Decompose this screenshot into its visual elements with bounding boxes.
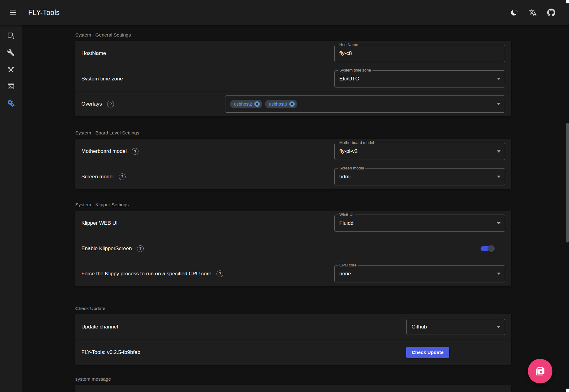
field-floating-label: Screen model bbox=[338, 166, 365, 170]
motherboard-select[interactable]: Motherboard model fly-pi-v2 bbox=[334, 143, 505, 160]
console-icon bbox=[7, 83, 15, 90]
chevron-down-icon bbox=[497, 273, 501, 275]
hammer-wrench-icon bbox=[7, 66, 15, 73]
scroll-up-arrow[interactable] bbox=[566, 0, 569, 3]
overlay-chips: usbhost2 × usbhost3 × bbox=[230, 100, 297, 108]
chevron-down-icon bbox=[497, 78, 501, 80]
chevron-down-icon bbox=[497, 326, 501, 328]
dark-mode-button[interactable] bbox=[507, 5, 522, 20]
scrollbar-thumb[interactable] bbox=[566, 123, 569, 243]
sidebar-item-terminal[interactable] bbox=[4, 79, 18, 94]
chevron-down-icon bbox=[497, 103, 501, 105]
moon-icon bbox=[510, 9, 518, 17]
row-label: Force the Klippy process to run on a spe… bbox=[81, 271, 211, 277]
select-value: Etc/UTC bbox=[339, 76, 359, 82]
help-icon[interactable]: ? bbox=[107, 101, 114, 107]
main-content: System - General Settings HostName HostN… bbox=[22, 25, 569, 392]
sidebar bbox=[0, 25, 22, 392]
translate-button[interactable] bbox=[525, 5, 540, 20]
section-title: system message bbox=[75, 376, 511, 382]
setting-row-timezone: System time zone System time zone Etc/UT… bbox=[75, 66, 511, 91]
row-label: Klipper WEB UI bbox=[81, 220, 118, 226]
chip-usbhost3[interactable]: usbhost3 × bbox=[265, 100, 297, 108]
card-general-settings: HostName HostName System time zone Syste… bbox=[75, 41, 511, 116]
row-label: Motherboard model bbox=[81, 148, 127, 154]
setting-row-screen: Screen model ? Screen model hdmi bbox=[75, 164, 511, 189]
webui-select[interactable]: WEB UI Fluidd bbox=[334, 215, 505, 232]
wrench-icon bbox=[7, 49, 15, 56]
help-icon[interactable]: ? bbox=[132, 148, 138, 155]
chevron-down-icon bbox=[497, 222, 501, 224]
setting-row-klipperscreen: Enable KlipperScreen ? bbox=[75, 236, 511, 261]
check-update-button[interactable]: Check Update bbox=[406, 347, 449, 358]
hostname-input[interactable] bbox=[339, 50, 501, 56]
section-title: Check Update bbox=[75, 305, 511, 311]
card-system-message bbox=[75, 385, 511, 392]
screen-select[interactable]: Screen model hdmi bbox=[334, 168, 505, 185]
select-value: Github bbox=[411, 324, 427, 330]
setting-row-hostname: HostName HostName bbox=[75, 41, 511, 66]
field-floating-label: HostName bbox=[338, 42, 360, 47]
menu-button[interactable] bbox=[6, 5, 21, 20]
select-value: hdmi bbox=[339, 174, 351, 180]
klipperscreen-switch[interactable] bbox=[481, 246, 493, 251]
select-value: Fluidd bbox=[339, 220, 353, 226]
help-icon[interactable]: ? bbox=[119, 173, 126, 180]
cpu-core-select[interactable]: CPU core none bbox=[334, 265, 505, 282]
section-board-settings: System - Board Level Settings Motherboar… bbox=[75, 130, 511, 189]
help-icon[interactable]: ? bbox=[216, 270, 223, 277]
section-check-update: Check Update Update channel Github bbox=[75, 305, 511, 365]
sidebar-item-tools[interactable] bbox=[4, 62, 18, 77]
chip-close-icon[interactable]: × bbox=[254, 101, 260, 107]
select-value: none bbox=[339, 271, 351, 277]
chevron-down-icon bbox=[497, 176, 501, 178]
translate-icon bbox=[529, 9, 537, 17]
scrollbar[interactable] bbox=[566, 0, 569, 392]
save-fab[interactable] bbox=[528, 359, 552, 383]
sidebar-item-config[interactable] bbox=[4, 45, 18, 60]
section-title: System - Klipper Settings bbox=[75, 202, 511, 208]
overlays-select[interactable]: usbhost2 × usbhost3 × bbox=[225, 95, 505, 113]
row-label: Screen model bbox=[81, 174, 114, 180]
github-icon bbox=[547, 9, 555, 17]
chip-close-icon[interactable]: × bbox=[289, 101, 295, 107]
row-label: Enable KlipperScreen bbox=[81, 246, 132, 252]
setting-row-overlays: Overlays ? usbhost2 × usbhost3 bbox=[75, 91, 511, 116]
chip-usbhost2[interactable]: usbhost2 × bbox=[230, 100, 262, 108]
fly-tools-app: FLY-Tools bbox=[0, 0, 569, 392]
cogs-icon bbox=[7, 99, 15, 107]
row-label: HostName bbox=[81, 50, 106, 56]
appbar-actions bbox=[507, 5, 559, 20]
help-icon[interactable]: ? bbox=[137, 245, 144, 252]
section-title: System - General Settings bbox=[75, 32, 511, 38]
card-check-update: Update channel Github FLY-Tools: v0.2.5-… bbox=[75, 314, 511, 365]
section-general-settings: System - General Settings HostName HostN… bbox=[75, 32, 511, 116]
app-bar: FLY-Tools bbox=[0, 0, 569, 25]
hostname-field[interactable]: HostName bbox=[334, 45, 505, 62]
row-label: Overlays bbox=[81, 101, 102, 107]
timezone-select[interactable]: System time zone Etc/UTC bbox=[334, 70, 505, 87]
sidebar-item-info[interactable] bbox=[4, 28, 18, 43]
setting-row-webui: Klipper WEB UI WEB UI Fluidd bbox=[75, 211, 511, 236]
switch-thumb bbox=[488, 245, 495, 252]
chip-label: usbhost3 bbox=[269, 102, 287, 107]
section-klipper-settings: System - Klipper Settings Klipper WEB UI… bbox=[75, 202, 511, 286]
github-button[interactable] bbox=[544, 5, 559, 20]
row-label: Update channel bbox=[81, 324, 118, 330]
setting-row-version: FLY-Tools: v0.2.5-fb9bfeb Check Update bbox=[75, 340, 511, 365]
archive-search-icon bbox=[7, 32, 15, 40]
field-floating-label: CPU core bbox=[338, 263, 358, 267]
field-floating-label: WEB UI bbox=[338, 212, 355, 217]
chevron-down-icon bbox=[497, 150, 501, 153]
field-floating-label: Motherboard model bbox=[338, 140, 376, 145]
sidebar-item-settings[interactable] bbox=[4, 96, 18, 111]
row-label: System time zone bbox=[81, 76, 123, 82]
app-title: FLY-Tools bbox=[28, 9, 60, 17]
update-channel-select[interactable]: Github bbox=[406, 319, 505, 335]
card-board-settings: Motherboard model ? Motherboard model fl… bbox=[75, 139, 511, 189]
chip-label: usbhost2 bbox=[234, 102, 252, 107]
version-text: FLY-Tools: v0.2.5-fb9bfeb bbox=[81, 349, 140, 355]
scroll-down-arrow[interactable] bbox=[566, 389, 569, 392]
save-all-icon bbox=[535, 366, 545, 376]
hamburger-icon bbox=[9, 9, 17, 17]
